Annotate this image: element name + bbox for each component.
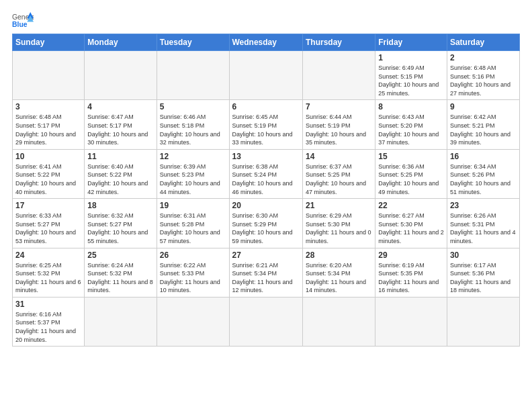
calendar-cell [375, 297, 447, 346]
day-info: Sunrise: 6:24 AM Sunset: 5:32 PM Dayligh… [87, 261, 153, 295]
calendar-header-row: SundayMondayTuesdayWednesdayThursdayFrid… [13, 34, 520, 51]
calendar-cell: 5Sunrise: 6:46 AM Sunset: 5:18 PM Daylig… [157, 100, 229, 149]
calendar-header-friday: Friday [375, 34, 447, 51]
day-info: Sunrise: 6:48 AM Sunset: 5:17 PM Dayligh… [15, 113, 81, 146]
calendar-week-4: 24Sunrise: 6:25 AM Sunset: 5:32 PM Dayli… [13, 248, 520, 297]
calendar-cell: 30Sunrise: 6:17 AM Sunset: 5:36 PM Dayli… [447, 248, 519, 297]
day-info: Sunrise: 6:38 AM Sunset: 5:24 PM Dayligh… [232, 163, 300, 196]
day-number: 16 [450, 152, 517, 161]
calendar-table: SundayMondayTuesdayWednesdayThursdayFrid… [12, 34, 520, 347]
calendar-week-2: 10Sunrise: 6:41 AM Sunset: 5:22 PM Dayli… [13, 149, 520, 198]
day-number: 11 [87, 152, 153, 161]
day-number: 21 [306, 201, 372, 210]
day-info: Sunrise: 6:46 AM Sunset: 5:18 PM Dayligh… [160, 113, 226, 146]
calendar-cell [302, 51, 375, 100]
header: General Blue [12, 11, 520, 30]
day-info: Sunrise: 6:21 AM Sunset: 5:34 PM Dayligh… [232, 261, 300, 295]
calendar-cell: 28Sunrise: 6:20 AM Sunset: 5:34 PM Dayli… [302, 248, 375, 297]
day-info: Sunrise: 6:33 AM Sunset: 5:27 PM Dayligh… [15, 212, 81, 245]
calendar-cell: 6Sunrise: 6:45 AM Sunset: 5:19 PM Daylig… [229, 100, 302, 149]
day-number: 30 [450, 250, 517, 260]
day-info: Sunrise: 6:29 AM Sunset: 5:30 PM Dayligh… [306, 212, 372, 245]
day-number: 26 [160, 250, 226, 260]
calendar-cell: 9Sunrise: 6:42 AM Sunset: 5:21 PM Daylig… [447, 100, 519, 149]
day-info: Sunrise: 6:22 AM Sunset: 5:33 PM Dayligh… [160, 261, 226, 295]
calendar-cell [85, 297, 157, 346]
day-number: 29 [378, 250, 444, 260]
day-number: 8 [378, 102, 444, 111]
day-info: Sunrise: 6:37 AM Sunset: 5:25 PM Dayligh… [306, 163, 372, 196]
day-info: Sunrise: 6:30 AM Sunset: 5:29 PM Dayligh… [232, 212, 300, 245]
calendar-cell: 10Sunrise: 6:41 AM Sunset: 5:22 PM Dayli… [13, 149, 85, 198]
day-number: 3 [15, 102, 81, 111]
logo-icon: General Blue [12, 11, 34, 30]
calendar-cell: 7Sunrise: 6:44 AM Sunset: 5:19 PM Daylig… [302, 100, 375, 149]
calendar-header-sunday: Sunday [13, 34, 85, 51]
calendar-cell: 13Sunrise: 6:38 AM Sunset: 5:24 PM Dayli… [229, 149, 302, 198]
day-number: 25 [87, 250, 153, 260]
day-number: 2 [450, 53, 517, 62]
calendar-cell: 31Sunrise: 6:16 AM Sunset: 5:37 PM Dayli… [13, 297, 85, 346]
calendar-cell: 17Sunrise: 6:33 AM Sunset: 5:27 PM Dayli… [13, 199, 85, 248]
day-number: 1 [378, 53, 444, 62]
day-number: 19 [160, 201, 226, 210]
calendar-cell: 15Sunrise: 6:36 AM Sunset: 5:25 PM Dayli… [375, 149, 447, 198]
day-number: 22 [378, 201, 444, 210]
calendar-cell: 16Sunrise: 6:34 AM Sunset: 5:26 PM Dayli… [447, 149, 519, 198]
calendar-cell: 26Sunrise: 6:22 AM Sunset: 5:33 PM Dayli… [157, 248, 229, 297]
calendar-cell: 23Sunrise: 6:26 AM Sunset: 5:31 PM Dayli… [447, 199, 519, 248]
calendar-cell: 11Sunrise: 6:40 AM Sunset: 5:22 PM Dayli… [85, 149, 157, 198]
calendar-cell: 3Sunrise: 6:48 AM Sunset: 5:17 PM Daylig… [13, 100, 85, 149]
calendar-header-thursday: Thursday [302, 34, 375, 51]
day-number: 6 [232, 102, 300, 111]
day-info: Sunrise: 6:27 AM Sunset: 5:30 PM Dayligh… [378, 212, 444, 245]
day-info: Sunrise: 6:39 AM Sunset: 5:23 PM Dayligh… [160, 163, 226, 196]
calendar-cell: 12Sunrise: 6:39 AM Sunset: 5:23 PM Dayli… [157, 149, 229, 198]
day-info: Sunrise: 6:17 AM Sunset: 5:36 PM Dayligh… [450, 261, 517, 295]
day-info: Sunrise: 6:49 AM Sunset: 5:15 PM Dayligh… [378, 64, 444, 97]
calendar-cell [229, 297, 302, 346]
day-info: Sunrise: 6:25 AM Sunset: 5:32 PM Dayligh… [15, 261, 81, 295]
day-info: Sunrise: 6:20 AM Sunset: 5:34 PM Dayligh… [306, 261, 372, 295]
day-number: 20 [232, 201, 300, 210]
calendar-week-0: 1Sunrise: 6:49 AM Sunset: 5:15 PM Daylig… [13, 51, 520, 100]
day-number: 5 [160, 102, 226, 111]
day-info: Sunrise: 6:44 AM Sunset: 5:19 PM Dayligh… [306, 113, 372, 146]
calendar-cell: 20Sunrise: 6:30 AM Sunset: 5:29 PM Dayli… [229, 199, 302, 248]
day-info: Sunrise: 6:47 AM Sunset: 5:17 PM Dayligh… [87, 113, 153, 146]
day-number: 7 [306, 102, 372, 111]
day-info: Sunrise: 6:34 AM Sunset: 5:26 PM Dayligh… [450, 163, 517, 196]
calendar-cell: 1Sunrise: 6:49 AM Sunset: 5:15 PM Daylig… [375, 51, 447, 100]
calendar-cell [447, 297, 519, 346]
calendar-cell: 29Sunrise: 6:19 AM Sunset: 5:35 PM Dayli… [375, 248, 447, 297]
day-info: Sunrise: 6:36 AM Sunset: 5:25 PM Dayligh… [378, 163, 444, 196]
day-info: Sunrise: 6:43 AM Sunset: 5:20 PM Dayligh… [378, 113, 444, 146]
calendar-cell: 19Sunrise: 6:31 AM Sunset: 5:28 PM Dayli… [157, 199, 229, 248]
day-number: 4 [87, 102, 153, 111]
calendar-header-wednesday: Wednesday [229, 34, 302, 51]
calendar-cell: 25Sunrise: 6:24 AM Sunset: 5:32 PM Dayli… [85, 248, 157, 297]
day-number: 10 [15, 152, 81, 161]
day-number: 17 [15, 201, 81, 210]
calendar-header-saturday: Saturday [447, 34, 519, 51]
calendar-week-5: 31Sunrise: 6:16 AM Sunset: 5:37 PM Dayli… [13, 297, 520, 346]
calendar-cell: 22Sunrise: 6:27 AM Sunset: 5:30 PM Dayli… [375, 199, 447, 248]
day-info: Sunrise: 6:32 AM Sunset: 5:27 PM Dayligh… [87, 212, 153, 245]
calendar-cell: 24Sunrise: 6:25 AM Sunset: 5:32 PM Dayli… [13, 248, 85, 297]
calendar-cell: 21Sunrise: 6:29 AM Sunset: 5:30 PM Dayli… [302, 199, 375, 248]
calendar-cell [229, 51, 302, 100]
day-info: Sunrise: 6:48 AM Sunset: 5:16 PM Dayligh… [450, 64, 517, 97]
day-number: 13 [232, 152, 300, 161]
day-info: Sunrise: 6:31 AM Sunset: 5:28 PM Dayligh… [160, 212, 226, 245]
day-number: 9 [450, 102, 517, 111]
calendar-cell: 4Sunrise: 6:47 AM Sunset: 5:17 PM Daylig… [85, 100, 157, 149]
calendar-cell: 27Sunrise: 6:21 AM Sunset: 5:34 PM Dayli… [229, 248, 302, 297]
day-info: Sunrise: 6:16 AM Sunset: 5:37 PM Dayligh… [15, 310, 81, 344]
page: General Blue SundayMondayTuesdayWednesda… [0, 0, 532, 411]
day-number: 27 [232, 250, 300, 260]
calendar-cell: 2Sunrise: 6:48 AM Sunset: 5:16 PM Daylig… [447, 51, 519, 100]
day-number: 14 [306, 152, 372, 161]
day-info: Sunrise: 6:19 AM Sunset: 5:35 PM Dayligh… [378, 261, 444, 295]
logo: General Blue [12, 11, 34, 30]
calendar-cell: 8Sunrise: 6:43 AM Sunset: 5:20 PM Daylig… [375, 100, 447, 149]
